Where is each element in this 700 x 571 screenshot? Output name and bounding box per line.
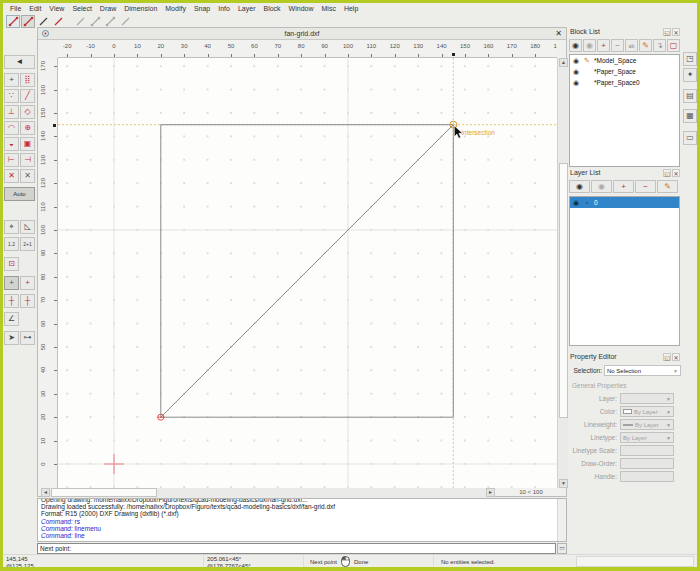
snap-endpoints-button[interactable]: ∵ bbox=[4, 89, 19, 103]
lock-icon[interactable]: ▫ bbox=[583, 199, 591, 206]
selection-combobox[interactable]: No Selection ▼ bbox=[604, 365, 681, 376]
command-scrollbar[interactable] bbox=[557, 499, 566, 541]
menu-help[interactable]: Help bbox=[340, 4, 362, 13]
snap-middle-manual-button[interactable]: ▣ bbox=[20, 137, 35, 151]
layer-row[interactable]: ◉▫0 bbox=[570, 197, 679, 208]
drawing-canvas[interactable]: Intersection bbox=[58, 58, 557, 488]
horizontal-scroll-thumb[interactable] bbox=[51, 488, 157, 497]
line-icon bbox=[23, 16, 34, 27]
menu-snap[interactable]: Snap bbox=[190, 4, 214, 13]
menu-layer[interactable]: Layer bbox=[234, 4, 260, 13]
scroll-down-icon[interactable]: ▼ bbox=[559, 479, 568, 488]
hide-all-blocks-button[interactable]: ◉ bbox=[583, 39, 596, 52]
menu-select[interactable]: Select bbox=[68, 4, 95, 13]
snap-distance-manual-button[interactable]: ⊣ bbox=[20, 153, 35, 167]
close-panel-icon[interactable]: ✕ bbox=[672, 169, 680, 177]
snap-distance-button[interactable]: ⊢ bbox=[4, 153, 19, 167]
snap-middle-button[interactable]: ◒ bbox=[4, 137, 19, 151]
h-ruler-tick bbox=[301, 54, 302, 57]
set-relative-zero-button[interactable]: ➤ bbox=[4, 331, 19, 345]
close-icon[interactable]: ✕ bbox=[555, 29, 562, 38]
command-line-toggle-button[interactable]: ▭ bbox=[683, 131, 697, 145]
edit-block-button[interactable]: ✎ bbox=[639, 39, 652, 52]
edit-layer-icon: ✎ bbox=[664, 182, 671, 191]
float-panel-icon[interactable]: ◱ bbox=[663, 28, 671, 36]
snap-grid-button[interactable]: ⣿ bbox=[20, 73, 35, 87]
menu-view[interactable]: View bbox=[45, 4, 68, 13]
absolute-coordinate: 145,145 bbox=[3, 556, 203, 563]
edit-layer-button[interactable]: ✎ bbox=[657, 180, 678, 193]
menu-modify[interactable]: Modify bbox=[161, 4, 190, 13]
remove-layer-button[interactable]: − bbox=[635, 180, 656, 193]
restrict-off-button[interactable]: + bbox=[4, 276, 19, 290]
menu-dimension[interactable]: Dimension bbox=[120, 4, 161, 13]
menu-edit[interactable]: Edit bbox=[25, 4, 45, 13]
command-options-button[interactable]: ▭ bbox=[557, 543, 567, 554]
snap-reference-manual-button[interactable]: ⊡ bbox=[4, 257, 19, 271]
scroll-up-icon[interactable]: ▲ bbox=[559, 58, 568, 67]
eye-icon[interactable]: ◉ bbox=[572, 68, 580, 76]
menu-block[interactable]: Block bbox=[259, 4, 284, 13]
scroll-right-icon[interactable]: ► bbox=[486, 488, 495, 497]
h-ruler-tick bbox=[184, 54, 185, 57]
snap-reference-button[interactable]: ◇ bbox=[20, 105, 35, 119]
menu-info[interactable]: Info bbox=[214, 4, 234, 13]
eye-icon[interactable]: ◉ bbox=[572, 79, 580, 87]
snap-free-button[interactable]: + bbox=[4, 73, 19, 87]
library-browser-toggle-button[interactable]: ✦ bbox=[683, 68, 697, 82]
snap-coordinate-polar-button[interactable]: ◺ bbox=[20, 220, 35, 234]
snap-auto-button[interactable]: Auto bbox=[4, 187, 35, 201]
restrict-vertical-button[interactable]: ┼ bbox=[20, 294, 35, 308]
select-block-references-button[interactable]: ▢ bbox=[667, 39, 680, 52]
property-label: Handle: bbox=[568, 473, 617, 480]
restrict-horizontal-button[interactable]: ┼ bbox=[4, 294, 19, 308]
menu-misc[interactable]: Misc bbox=[318, 4, 340, 13]
eye-icon[interactable]: ◉ bbox=[572, 57, 580, 65]
close-panel-icon[interactable]: ✕ bbox=[672, 28, 680, 36]
vertical-scroll-thumb[interactable] bbox=[559, 163, 568, 418]
vertical-scrollbar[interactable]: ▲ ▼ bbox=[557, 58, 568, 488]
back-button[interactable]: ◄ bbox=[4, 55, 35, 69]
add-block-button[interactable]: + bbox=[597, 39, 610, 52]
block-list-toggle-button[interactable]: ▤ bbox=[683, 89, 697, 103]
menu-file[interactable]: File bbox=[6, 4, 25, 13]
snap-relative-button[interactable]: 2+1 bbox=[20, 237, 35, 251]
restrict-orthogonal-button[interactable]: + bbox=[20, 276, 35, 290]
block-row[interactable]: ◉*Paper_Space bbox=[570, 66, 679, 77]
block-row[interactable]: ◉✎*Model_Space bbox=[570, 55, 679, 66]
float-panel-icon[interactable]: ◱ bbox=[663, 353, 671, 361]
h-ruler-tick bbox=[371, 54, 372, 57]
layer-list: ◉▫0 bbox=[569, 196, 680, 346]
snap-tangential-button[interactable]: ◠ bbox=[4, 121, 19, 135]
snap-intersection-button[interactable]: ✕ bbox=[4, 169, 19, 183]
show-all-layers-button[interactable]: ◉ bbox=[569, 180, 590, 193]
menu-window[interactable]: Window bbox=[285, 4, 318, 13]
insert-block-button[interactable]: ↴ bbox=[653, 39, 666, 52]
diagonal-entity[interactable] bbox=[161, 125, 454, 418]
menu-draw[interactable]: Draw bbox=[96, 4, 120, 13]
float-panel-icon[interactable]: ◱ bbox=[663, 169, 671, 177]
close-panel-icon[interactable]: ✕ bbox=[672, 353, 680, 361]
snap-coordinate-button[interactable]: ⌖ bbox=[4, 220, 19, 234]
lock-relative-zero-button[interactable]: ⊶ bbox=[20, 331, 35, 345]
snap-intersection-manual-button[interactable]: ✕ bbox=[20, 169, 35, 183]
property-editor-toggle-button[interactable]: ◳ bbox=[683, 52, 697, 66]
hide-all-layers-button[interactable]: ◉ bbox=[591, 180, 612, 193]
horizontal-scrollbar[interactable]: ◄ ► bbox=[41, 488, 495, 498]
layer-list-toggle-button[interactable]: ▦ bbox=[683, 109, 697, 123]
selection-value: No Selection bbox=[607, 368, 641, 374]
snap-on-entity-button[interactable]: ╱ bbox=[20, 89, 35, 103]
v-ruler-label: 0 bbox=[40, 458, 52, 470]
remove-block-button[interactable]: − bbox=[611, 39, 624, 52]
snap-angle-button[interactable]: ∠ bbox=[4, 312, 19, 326]
snap-center-button[interactable]: ⊕ bbox=[20, 121, 35, 135]
eye-icon[interactable]: ◉ bbox=[572, 199, 580, 207]
block-row[interactable]: ◉*Paper_Space0 bbox=[570, 77, 679, 88]
add-layer-button[interactable]: + bbox=[613, 180, 634, 193]
scroll-left-icon[interactable]: ◄ bbox=[41, 488, 50, 497]
snap-distances-button[interactable]: 1.2 bbox=[4, 237, 19, 251]
snap-perpendicular-button[interactable]: ⊥ bbox=[4, 105, 19, 119]
rename-block-button[interactable]: ab bbox=[625, 39, 638, 52]
command-input[interactable] bbox=[37, 543, 556, 554]
show-all-blocks-button[interactable]: ◉ bbox=[569, 39, 582, 52]
